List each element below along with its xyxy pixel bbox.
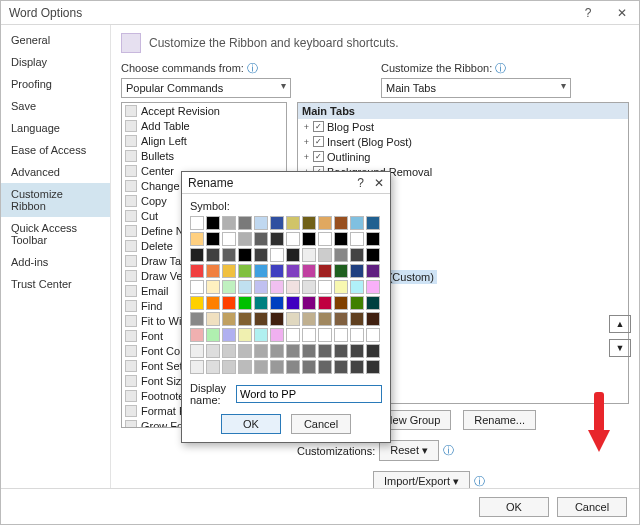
symbol-swatch[interactable]: [318, 232, 332, 246]
nav-item-save[interactable]: Save: [1, 95, 110, 117]
info-icon[interactable]: ⓘ: [443, 443, 454, 458]
checkbox[interactable]: ✓: [313, 136, 324, 147]
symbol-swatch[interactable]: [302, 248, 316, 262]
nav-item-trust-center[interactable]: Trust Center: [1, 273, 110, 295]
symbol-grid[interactable]: [190, 216, 382, 374]
symbol-swatch[interactable]: [350, 280, 364, 294]
symbol-swatch[interactable]: [318, 248, 332, 262]
symbol-swatch[interactable]: [190, 360, 204, 374]
symbol-swatch[interactable]: [254, 232, 268, 246]
symbol-swatch[interactable]: [286, 280, 300, 294]
symbol-swatch[interactable]: [350, 216, 364, 230]
symbol-swatch[interactable]: [334, 344, 348, 358]
symbol-swatch[interactable]: [238, 232, 252, 246]
symbol-swatch[interactable]: [286, 248, 300, 262]
symbol-swatch[interactable]: [238, 312, 252, 326]
symbol-swatch[interactable]: [334, 232, 348, 246]
nav-item-add-ins[interactable]: Add-ins: [1, 251, 110, 273]
symbol-swatch[interactable]: [366, 328, 380, 342]
command-item[interactable]: Align Left: [122, 133, 286, 148]
symbol-swatch[interactable]: [318, 360, 332, 374]
close-button[interactable]: ✕: [605, 1, 639, 25]
symbol-swatch[interactable]: [254, 248, 268, 262]
nav-item-quick-access-toolbar[interactable]: Quick Access Toolbar: [1, 217, 110, 251]
symbol-swatch[interactable]: [190, 344, 204, 358]
symbol-swatch[interactable]: [238, 360, 252, 374]
help-button[interactable]: ?: [571, 1, 605, 25]
symbol-swatch[interactable]: [366, 248, 380, 262]
rename-button[interactable]: Rename...: [463, 410, 536, 430]
symbol-swatch[interactable]: [350, 344, 364, 358]
symbol-swatch[interactable]: [334, 280, 348, 294]
symbol-swatch[interactable]: [350, 312, 364, 326]
symbol-swatch[interactable]: [206, 216, 220, 230]
nav-item-customize-ribbon[interactable]: Customize Ribbon: [1, 183, 110, 217]
move-up-button[interactable]: ▲: [609, 315, 631, 333]
nav-item-display[interactable]: Display: [1, 51, 110, 73]
rename-cancel-button[interactable]: Cancel: [291, 414, 351, 434]
info-icon[interactable]: ⓘ: [474, 474, 485, 489]
symbol-swatch[interactable]: [270, 264, 284, 278]
symbol-swatch[interactable]: [334, 248, 348, 262]
rename-ok-button[interactable]: OK: [221, 414, 281, 434]
symbol-swatch[interactable]: [302, 296, 316, 310]
symbol-swatch[interactable]: [318, 216, 332, 230]
symbol-swatch[interactable]: [334, 360, 348, 374]
symbol-swatch[interactable]: [238, 344, 252, 358]
expander-icon[interactable]: +: [302, 137, 313, 147]
cancel-button[interactable]: Cancel: [557, 497, 627, 517]
symbol-swatch[interactable]: [222, 328, 236, 342]
symbol-swatch[interactable]: [334, 264, 348, 278]
symbol-swatch[interactable]: [318, 328, 332, 342]
symbol-swatch[interactable]: [334, 296, 348, 310]
symbol-swatch[interactable]: [206, 264, 220, 278]
symbol-swatch[interactable]: [254, 296, 268, 310]
symbol-swatch[interactable]: [222, 296, 236, 310]
symbol-swatch[interactable]: [366, 280, 380, 294]
symbol-swatch[interactable]: [270, 296, 284, 310]
symbol-swatch[interactable]: [270, 232, 284, 246]
symbol-swatch[interactable]: [206, 280, 220, 294]
symbol-swatch[interactable]: [222, 264, 236, 278]
symbol-swatch[interactable]: [206, 344, 220, 358]
symbol-swatch[interactable]: [190, 232, 204, 246]
customize-ribbon-dropdown[interactable]: Main Tabs: [381, 78, 571, 98]
symbol-swatch[interactable]: [222, 360, 236, 374]
dialog-help-button[interactable]: ?: [357, 176, 364, 190]
expander-icon[interactable]: +: [302, 122, 313, 132]
symbol-swatch[interactable]: [270, 216, 284, 230]
tree-row[interactable]: +✓Blog Post: [298, 119, 628, 134]
symbol-swatch[interactable]: [190, 280, 204, 294]
choose-commands-dropdown[interactable]: Popular Commands: [121, 78, 291, 98]
symbol-swatch[interactable]: [318, 312, 332, 326]
symbol-swatch[interactable]: [318, 296, 332, 310]
command-item[interactable]: Accept Revision: [122, 103, 286, 118]
symbol-swatch[interactable]: [206, 360, 220, 374]
symbol-swatch[interactable]: [302, 264, 316, 278]
symbol-swatch[interactable]: [334, 328, 348, 342]
symbol-swatch[interactable]: [302, 312, 316, 326]
ok-button[interactable]: OK: [479, 497, 549, 517]
move-down-button[interactable]: ▼: [609, 339, 631, 357]
symbol-swatch[interactable]: [190, 328, 204, 342]
symbol-swatch[interactable]: [222, 216, 236, 230]
symbol-swatch[interactable]: [254, 216, 268, 230]
symbol-swatch[interactable]: [366, 296, 380, 310]
display-name-input[interactable]: [236, 385, 382, 403]
symbol-swatch[interactable]: [366, 264, 380, 278]
symbol-swatch[interactable]: [238, 328, 252, 342]
symbol-swatch[interactable]: [318, 344, 332, 358]
symbol-swatch[interactable]: [222, 232, 236, 246]
info-icon[interactable]: ⓘ: [247, 62, 258, 74]
symbol-swatch[interactable]: [190, 264, 204, 278]
checkbox[interactable]: ✓: [313, 121, 324, 132]
symbol-swatch[interactable]: [206, 296, 220, 310]
symbol-swatch[interactable]: [238, 296, 252, 310]
symbol-swatch[interactable]: [318, 280, 332, 294]
command-item[interactable]: Add Table: [122, 118, 286, 133]
reset-button[interactable]: Reset ▾: [379, 440, 439, 461]
symbol-swatch[interactable]: [302, 216, 316, 230]
symbol-swatch[interactable]: [286, 264, 300, 278]
symbol-swatch[interactable]: [366, 312, 380, 326]
dialog-close-button[interactable]: ✕: [374, 176, 384, 190]
